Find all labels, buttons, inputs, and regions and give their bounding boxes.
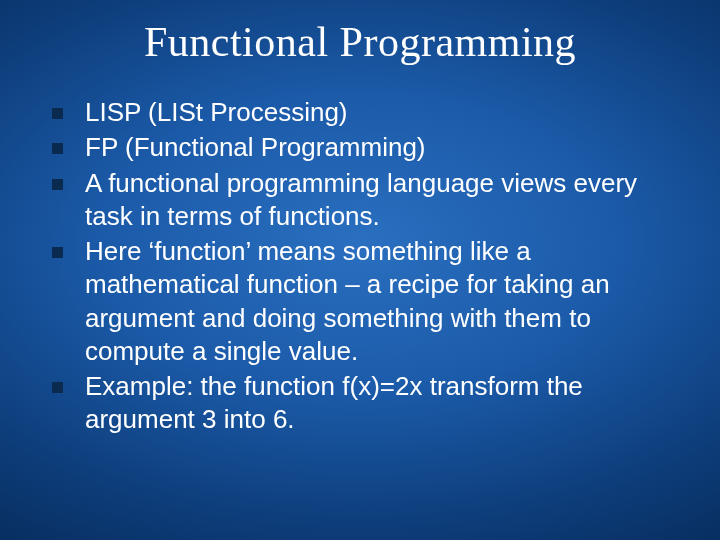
bullet-text: A functional programming language views … [85, 167, 690, 234]
list-item: LISP (LISt Processing) [52, 96, 690, 129]
slide-body: LISP (LISt Processing) FP (Functional Pr… [0, 76, 720, 437]
bullet-text: Example: the function f(x)=2x transform … [85, 370, 690, 437]
square-bullet-icon [52, 179, 63, 190]
slide: Functional Programming LISP (LISt Proces… [0, 0, 720, 540]
slide-title: Functional Programming [0, 0, 720, 76]
square-bullet-icon [52, 143, 63, 154]
list-item: Example: the function f(x)=2x transform … [52, 370, 690, 437]
bullet-text: LISP (LISt Processing) [85, 96, 348, 129]
list-item: Here ‘function’ means something like a m… [52, 235, 690, 368]
list-item: A functional programming language views … [52, 167, 690, 234]
square-bullet-icon [52, 108, 63, 119]
bullet-text: FP (Functional Programming) [85, 131, 426, 164]
square-bullet-icon [52, 247, 63, 258]
list-item: FP (Functional Programming) [52, 131, 690, 164]
square-bullet-icon [52, 382, 63, 393]
bullet-text: Here ‘function’ means something like a m… [85, 235, 690, 368]
